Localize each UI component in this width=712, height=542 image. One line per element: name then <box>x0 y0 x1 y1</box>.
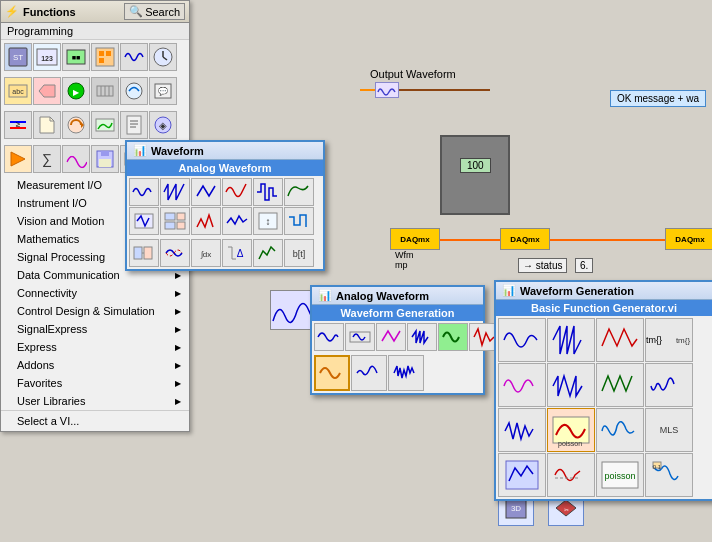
gen-icon-1[interactable] <box>498 318 546 362</box>
wfm-icon-3[interactable] <box>191 178 221 206</box>
gen-icon-5[interactable] <box>498 363 546 407</box>
wfm-icon-18[interactable]: b[t] <box>284 239 314 267</box>
ok-message-box: OK message + wa <box>610 90 706 107</box>
icon-bool[interactable]: ▶ <box>62 77 90 105</box>
programming-header: Programming <box>1 23 189 40</box>
svg-point-24 <box>126 83 142 99</box>
gen-icon-14[interactable] <box>547 453 595 497</box>
gen-icon-13[interactable] <box>498 453 546 497</box>
svg-text:MLS: MLS <box>660 425 679 435</box>
svg-rect-12 <box>99 58 104 63</box>
icon-file-io[interactable] <box>33 111 61 139</box>
icon-math-ops[interactable]: ∑ <box>33 145 61 173</box>
basic-func-gen-header: Basic Function Generator.vi <box>496 300 712 316</box>
wire-daq <box>440 239 500 241</box>
icon-timing[interactable] <box>120 77 148 105</box>
wfm-icon-4[interactable] <box>222 178 252 206</box>
icon-string[interactable]: abc <box>4 77 32 105</box>
wfm-icon-9[interactable] <box>191 207 221 235</box>
gen-icon-15[interactable]: poisson <box>596 453 644 497</box>
wfm-selected-icon[interactable] <box>314 355 350 391</box>
aw-icon-5[interactable] <box>438 323 468 351</box>
menu-signal-express[interactable]: SignalExpress <box>1 320 189 338</box>
wfm-icon-15[interactable]: ∫dx <box>191 239 221 267</box>
svg-rect-56 <box>144 247 152 259</box>
icon-struct[interactable]: ST <box>4 43 32 71</box>
analog-waveform-header: Analog Waveform <box>127 160 323 176</box>
wfm-icon-noise[interactable] <box>388 355 424 391</box>
gen-icon-4[interactable]: tm{}tm{} <box>645 318 693 362</box>
menu-user-libraries[interactable]: User Libraries <box>1 392 189 410</box>
gen-icon-7[interactable] <box>596 363 644 407</box>
wfm-icon-17[interactable] <box>253 239 283 267</box>
wfm-icon-13[interactable] <box>129 239 159 267</box>
functions-header: ⚡ Functions 🔍 Search <box>1 1 189 23</box>
icon-grid-row2: abc ▶ 💬 <box>1 74 189 108</box>
icon-cluster[interactable] <box>91 43 119 71</box>
wfm-icon-16[interactable]: Δ <box>222 239 252 267</box>
icon-io[interactable] <box>91 77 119 105</box>
wfm-icon-12[interactable] <box>284 207 314 235</box>
gen-icon-2[interactable] <box>547 318 595 362</box>
wire-orange1 <box>360 89 375 91</box>
svg-rect-55 <box>134 247 142 259</box>
svg-text:poisson: poisson <box>558 440 582 448</box>
wfm-icon-1[interactable] <box>129 178 159 206</box>
wfm-icon-11[interactable]: ↕ <box>253 207 283 235</box>
wire-daq2 <box>550 239 665 241</box>
wfm-icon-2[interactable] <box>160 178 190 206</box>
icon-report[interactable] <box>120 111 148 139</box>
waveform-popup-icon: 📊 <box>133 144 147 157</box>
gen-icon-8[interactable] <box>645 363 693 407</box>
svg-rect-50 <box>165 222 175 229</box>
menu-favorites[interactable]: Favorites <box>1 374 189 392</box>
icon-graphics[interactable] <box>91 111 119 139</box>
aw-icon-2[interactable] <box>345 323 375 351</box>
svg-rect-41 <box>99 159 111 167</box>
svg-text:abc: abc <box>12 88 24 95</box>
search-button[interactable]: 🔍 Search <box>124 3 185 20</box>
select-vi-item[interactable]: Select a VI... <box>1 410 189 431</box>
gen-icon-9[interactable] <box>498 408 546 452</box>
aw-icon-1[interactable] <box>314 323 344 351</box>
icon-save[interactable] <box>91 145 119 173</box>
gen-icon-10-highlighted[interactable]: poisson <box>547 408 595 452</box>
wfm-icon-14[interactable] <box>160 239 190 267</box>
aw-icon-4[interactable] <box>407 323 437 351</box>
menu-control-design[interactable]: Control Design & Simulation <box>1 302 189 320</box>
icon-array-ops[interactable]: ■■ <box>62 43 90 71</box>
aw-icon-3[interactable] <box>376 323 406 351</box>
search-icon: 🔍 <box>129 5 143 18</box>
wfm-icon-chirp[interactable] <box>351 355 387 391</box>
wfm-icon-10[interactable] <box>222 207 252 235</box>
menu-addons[interactable]: Addons <box>1 356 189 374</box>
icon-num-array[interactable]: 123 <box>33 43 61 71</box>
icon-dialog[interactable]: 💬 <box>149 77 177 105</box>
wfm-icon-6[interactable] <box>284 178 314 206</box>
gen-icon-16[interactable]: 0 1 <box>645 453 693 497</box>
icon-path[interactable] <box>33 77 61 105</box>
gen-icon-6[interactable] <box>547 363 595 407</box>
svg-rect-52 <box>177 222 185 229</box>
svg-text:Δ: Δ <box>237 248 244 259</box>
gray-container <box>440 135 510 215</box>
icon-exec[interactable] <box>4 145 32 173</box>
wfm-gen-popup: 📊 Waveform Generation Basic Function Gen… <box>494 280 712 501</box>
six-value: 6. <box>575 258 593 273</box>
svg-text:∑: ∑ <box>42 151 52 167</box>
icon-trig[interactable] <box>62 145 90 173</box>
menu-express[interactable]: Express <box>1 338 189 356</box>
wfm-icon-5[interactable] <box>253 178 283 206</box>
icon-time[interactable] <box>149 43 177 71</box>
icon-sync[interactable] <box>62 111 90 139</box>
gen-icon-11[interactable] <box>596 408 644 452</box>
icon-comparison[interactable]: ≥ <box>4 111 32 139</box>
gen-icon-3[interactable] <box>596 318 644 362</box>
wfm-icon-7[interactable] <box>129 207 159 235</box>
icon-waveform[interactable] <box>120 43 148 71</box>
menu-connectivity[interactable]: Connectivity <box>1 284 189 302</box>
wfm-icon-8[interactable] <box>160 207 190 235</box>
gen-icon-12[interactable]: MLS <box>645 408 693 452</box>
icon-advanced[interactable]: ◈ <box>149 111 177 139</box>
svg-text:↕: ↕ <box>266 216 271 227</box>
